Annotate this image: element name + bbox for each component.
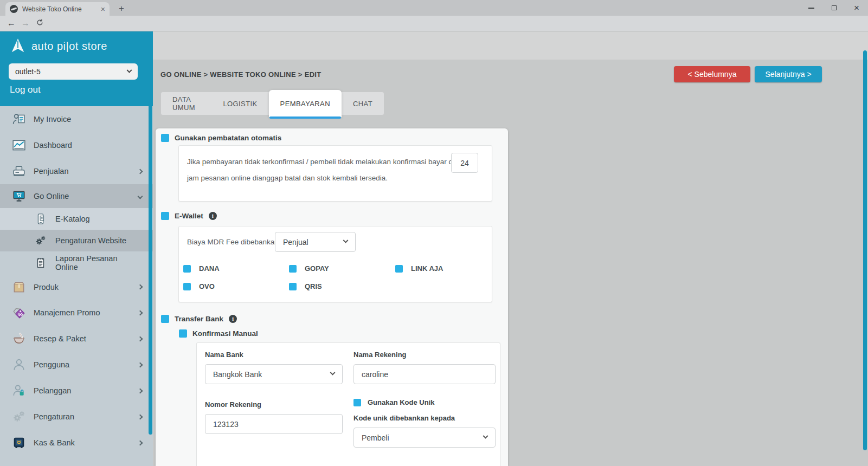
- customer-icon: [12, 384, 26, 398]
- minimize-button[interactable]: [800, 0, 822, 16]
- info-icon[interactable]: i: [209, 212, 217, 220]
- sidebar-item-go-online[interactable]: Go Online: [0, 184, 153, 208]
- box-icon: [12, 280, 26, 294]
- nomor-rekening-label: Nomor Rekening: [205, 400, 261, 409]
- chevron-down-icon: [138, 193, 143, 199]
- kode-unik-checkbox[interactable]: [353, 399, 361, 406]
- ewallet-checkbox[interactable]: [161, 212, 169, 220]
- close-button[interactable]: ×: [845, 0, 868, 16]
- chevron-right-icon: [138, 388, 143, 393]
- tab-data-umum[interactable]: DATA UMUM: [161, 92, 211, 115]
- sidebar-item-pelanggan[interactable]: Pelanggan: [0, 378, 153, 404]
- provider-dana: DANA: [183, 264, 220, 273]
- mdr-fee-select[interactable]: Penjual: [275, 232, 356, 252]
- tab-pembayaran[interactable]: PEMBAYARAN: [269, 90, 342, 117]
- auto-cancel-checkbox[interactable]: [161, 134, 169, 142]
- sidebar-item-dashboard[interactable]: Dashboard: [0, 132, 153, 158]
- sidebar-scrollbar[interactable]: [149, 50, 152, 435]
- ewallet-label: E-Wallet: [175, 212, 203, 220]
- main-content: GO ONLINE > WEBSITE TOKO ONLINE > EDIT <…: [153, 31, 868, 466]
- restore-icon: [832, 5, 837, 10]
- transfer-bank-card: Nama Bank Bangkok Bank Nama Rekening Nom…: [196, 342, 500, 466]
- tab-chat[interactable]: CHAT: [342, 92, 384, 115]
- nama-rekening-label: Nama Rekening: [353, 351, 407, 359]
- gears-icon: [34, 234, 48, 248]
- browser-tab[interactable]: Website Toko Online ×: [5, 2, 110, 16]
- auto-cancel-hours-input[interactable]: [451, 153, 478, 173]
- provider-gopay: GOPAY: [289, 264, 329, 273]
- auto-cancel-section-header: Gunakan pembatatan otomatis: [161, 134, 281, 142]
- forward-button[interactable]: →: [18, 18, 33, 28]
- previous-button[interactable]: < Sebelumnya: [674, 66, 750, 82]
- mdr-fee-select-value: Penjual: [283, 238, 308, 247]
- sidebar-item-produk[interactable]: Produk: [0, 274, 153, 300]
- ewallet-card: Biaya MDR Fee dibebankan ke Penjual DANA…: [178, 226, 492, 302]
- transfer-bank-section-header: Transfer Bank i: [161, 315, 237, 323]
- provider-link-aja: LINK AJA: [395, 264, 443, 273]
- user-icon: [12, 358, 26, 372]
- sidebar-item-pengaturan[interactable]: Pengaturan: [0, 404, 153, 430]
- sidebar-item-label: Resep & Paket: [34, 334, 86, 343]
- chevron-down-icon: [330, 370, 336, 376]
- tab-logistik[interactable]: LOGISTIK: [211, 92, 268, 115]
- favicon-globe-icon: [10, 5, 18, 13]
- nomor-rekening-input[interactable]: [205, 414, 343, 434]
- sidebar-item-manajemen-promo[interactable]: Manajemen Promo: [0, 300, 153, 326]
- screen: Website Toko Online × + × ← → developmen…: [0, 0, 868, 466]
- reload-button[interactable]: [33, 18, 47, 29]
- paper-plane-logo-icon: [10, 38, 26, 54]
- link-aja-checkbox[interactable]: [395, 265, 403, 273]
- dana-label: DANA: [199, 264, 220, 273]
- header-band: [153, 31, 868, 60]
- logout-link[interactable]: Log out: [10, 85, 41, 95]
- dana-checkbox[interactable]: [183, 265, 191, 273]
- sidebar-item-e-katalog[interactable]: E-Katalog: [0, 208, 153, 230]
- info-icon[interactable]: i: [229, 315, 237, 323]
- nama-rekening-input[interactable]: [353, 364, 496, 384]
- transfer-bank-checkbox[interactable]: [161, 315, 169, 323]
- outlet-select-value: outlet-5: [15, 67, 41, 76]
- close-icon: ×: [854, 3, 859, 12]
- sidebar-item-label: Dashboard: [34, 141, 72, 150]
- tab-close-icon[interactable]: ×: [101, 5, 105, 13]
- sidebar-item-label: Pengaturan: [34, 412, 74, 421]
- nama-bank-select-value: Bangkok Bank: [213, 370, 262, 379]
- next-button[interactable]: Selanjutnya >: [755, 66, 822, 82]
- kode-unik-kepada-select-value: Pembeli: [362, 433, 389, 442]
- sidebar-item-label: Produk: [34, 283, 59, 292]
- tab-bar: DATA UMUM LOGISTIK PEMBAYARAN CHAT: [160, 92, 384, 115]
- page-scrollbar[interactable]: [863, 50, 867, 450]
- chevron-right-icon: [138, 310, 143, 315]
- sidebar-item-my-invoice[interactable]: My Invoice: [0, 106, 153, 132]
- back-button[interactable]: ←: [4, 18, 18, 28]
- sidebar-item-resep-paket[interactable]: Resep & Paket: [0, 326, 153, 352]
- nama-bank-select[interactable]: Bangkok Bank: [205, 364, 343, 384]
- konfirmasi-manual-checkbox[interactable]: [179, 329, 187, 338]
- ovo-checkbox[interactable]: [183, 283, 191, 290]
- new-tab-button[interactable]: +: [115, 3, 128, 15]
- sidebar-item-pengguna[interactable]: Pengguna: [0, 352, 153, 378]
- ewallet-section-header: E-Wallet i: [161, 212, 217, 220]
- notebook-icon: [34, 256, 48, 270]
- sidebar-item-label: E-Katalog: [55, 215, 90, 223]
- sidebar-item-label: Laporan Pesanan Online: [55, 254, 142, 271]
- qris-checkbox[interactable]: [289, 283, 297, 290]
- invoice-icon: [12, 112, 26, 126]
- qris-label: QRIS: [305, 282, 322, 290]
- gopay-checkbox[interactable]: [289, 265, 297, 273]
- kode-unik-label: Gunakan Kode Unik: [368, 398, 435, 406]
- browser-toolbar: ← → development.autopilotstore.co.id/web…: [0, 16, 868, 31]
- sidebar: auto pi|ot store outlet-5 Log out My Inv…: [0, 31, 153, 466]
- provider-qris: QRIS: [289, 282, 322, 290]
- outlet-select[interactable]: outlet-5: [9, 63, 138, 80]
- promo-tag-icon: [12, 306, 26, 320]
- sidebar-item-pengaturan-website[interactable]: Pengaturan Website: [0, 230, 153, 251]
- settings-gears-icon: [12, 410, 26, 424]
- provider-ovo: OVO: [183, 282, 215, 290]
- kode-unik-kepada-select[interactable]: Pembeli: [353, 428, 496, 448]
- sidebar-item-kas-bank[interactable]: Kas & Bank: [0, 430, 153, 456]
- sidebar-item-penjualan[interactable]: Penjualan: [0, 158, 153, 184]
- transfer-bank-label: Transfer Bank: [175, 315, 223, 323]
- sidebar-item-laporan-pesanan-online[interactable]: Laporan Pesanan Online: [0, 251, 153, 274]
- restore-button[interactable]: [822, 0, 845, 16]
